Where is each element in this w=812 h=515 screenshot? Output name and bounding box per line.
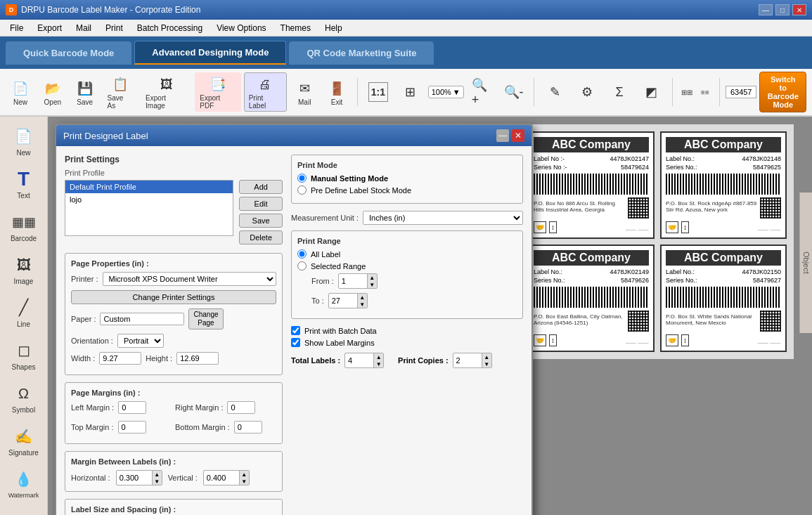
zoom-control[interactable]: 100% ▼ bbox=[428, 86, 464, 98]
print-batch-checkbox[interactable] bbox=[291, 326, 300, 335]
from-input[interactable] bbox=[339, 275, 367, 287]
menu-batch-processing[interactable]: Batch Processing bbox=[130, 22, 210, 34]
profile-item-default[interactable]: Default Print Profile bbox=[65, 181, 233, 193]
sidebar-item-new[interactable]: 📄 New bbox=[3, 119, 45, 161]
menu-mail[interactable]: Mail bbox=[69, 22, 98, 34]
selected-range-radio[interactable] bbox=[297, 261, 307, 270]
total-labels-input[interactable] bbox=[345, 355, 373, 366]
show-margins-checkbox[interactable] bbox=[291, 338, 300, 347]
fit-button[interactable]: ⊞ bbox=[396, 80, 425, 104]
vertical-spinbox[interactable]: ▲ ▼ bbox=[203, 470, 250, 485]
properties-button[interactable]: ⚙ bbox=[572, 80, 602, 104]
ratio-button[interactable]: 1:1 bbox=[363, 80, 393, 104]
paper-input[interactable] bbox=[100, 313, 184, 325]
menu-help[interactable]: Help bbox=[318, 22, 349, 34]
menu-print[interactable]: Print bbox=[98, 22, 130, 34]
sidebar-item-signature[interactable]: ✍ Signature bbox=[3, 419, 45, 461]
print-copies-inc[interactable]: ▲ bbox=[482, 353, 491, 360]
sidebar-item-line[interactable]: ╱ Line bbox=[3, 291, 45, 332]
tab-advanced-designing[interactable]: Advanced Designing Mode bbox=[134, 41, 286, 65]
sidebar-item-symbol[interactable]: Ω Symbol bbox=[3, 377, 45, 418]
shape-tool-button[interactable]: ◩ bbox=[637, 80, 666, 104]
change-page-button[interactable]: ChangePage bbox=[188, 308, 223, 330]
menu-file[interactable]: File bbox=[3, 22, 30, 34]
sidebar-item-shapes[interactable]: ◻ Shapes bbox=[3, 334, 45, 375]
tab-qr-code[interactable]: QR Code Marketing Suite bbox=[289, 41, 434, 65]
total-labels-spinbox[interactable]: ▲ ▼ bbox=[344, 353, 384, 368]
total-labels-dec[interactable]: ▼ bbox=[373, 360, 383, 367]
measurement-select[interactable]: Inches (in) bbox=[363, 211, 523, 225]
horizontal-spinbox[interactable]: ▲ ▼ bbox=[116, 470, 162, 485]
add-profile-button[interactable]: Add bbox=[239, 180, 283, 194]
from-spinbox[interactable]: ▲ ▼ bbox=[338, 273, 378, 289]
predefine-mode-radio[interactable] bbox=[297, 185, 307, 195]
horizontal-increment[interactable]: ▲ bbox=[152, 471, 162, 478]
close-button[interactable]: ✕ bbox=[792, 4, 806, 15]
sidebar-item-watermark[interactable]: 💧 Watermark bbox=[3, 462, 45, 503]
new-button[interactable]: 📄 New bbox=[6, 77, 35, 108]
object-panel[interactable]: Object bbox=[799, 193, 812, 333]
edit-profile-button[interactable]: Edit bbox=[239, 197, 283, 211]
menu-export[interactable]: Export bbox=[30, 22, 69, 34]
dialog-minimize-button[interactable]: — bbox=[496, 129, 509, 142]
zoom-in-button[interactable]: 🔍+ bbox=[467, 80, 496, 104]
zoom-out-button[interactable]: 🔍- bbox=[499, 80, 529, 104]
save-button[interactable]: 💾 Save bbox=[70, 77, 100, 108]
height-input[interactable] bbox=[176, 352, 219, 365]
sidebar-item-text[interactable]: T Text bbox=[3, 162, 45, 204]
width-input[interactable] bbox=[99, 352, 141, 365]
change-printer-button[interactable]: Change Printer Settings bbox=[71, 290, 276, 304]
list-view-btn[interactable]: ≡≡ bbox=[697, 86, 714, 98]
to-inc[interactable]: ▲ bbox=[357, 294, 367, 301]
dialog-close-button[interactable]: ✕ bbox=[512, 129, 524, 142]
all-label-label: All Label bbox=[311, 250, 340, 259]
to-spinbox[interactable]: ▲ ▼ bbox=[328, 293, 368, 308]
tab-quick-barcode[interactable]: Quick Barcode Mode bbox=[6, 41, 131, 65]
left-margin-input[interactable] bbox=[118, 401, 146, 414]
save-profile-button[interactable]: Save bbox=[239, 214, 283, 228]
printer-select[interactable]: Microsoft XPS Document Writer bbox=[103, 272, 276, 286]
menu-themes[interactable]: Themes bbox=[273, 22, 318, 34]
menu-view-options[interactable]: View Options bbox=[210, 22, 273, 34]
print-label-button[interactable]: 🖨 Print Label bbox=[244, 72, 288, 112]
manual-mode-radio[interactable] bbox=[297, 174, 307, 183]
sidebar-item-image[interactable]: 🖼 Image bbox=[3, 248, 45, 289]
orientation-select[interactable]: Portrait bbox=[117, 334, 164, 348]
vertical-increment[interactable]: ▲ bbox=[239, 471, 249, 478]
profile-item-lojo[interactable]: lojo bbox=[65, 193, 233, 206]
print-copies-input[interactable] bbox=[453, 355, 482, 366]
from-dec[interactable]: ▼ bbox=[367, 281, 377, 288]
right-margin-input[interactable] bbox=[227, 401, 255, 414]
to-input[interactable] bbox=[329, 295, 357, 306]
maximize-button[interactable]: □ bbox=[775, 4, 790, 15]
sidebar-item-barcode[interactable]: ▦▦ Barcode bbox=[3, 205, 45, 247]
zoom-dropdown-icon[interactable]: ▼ bbox=[453, 88, 460, 96]
to-dec[interactable]: ▼ bbox=[357, 301, 367, 308]
print-copies-spinbox[interactable]: ▲ ▼ bbox=[453, 353, 492, 368]
vertical-decrement[interactable]: ▼ bbox=[239, 478, 249, 485]
toolbar: 📄 New 📂 Open 💾 Save 📋 Save As 🖼 Export I… bbox=[0, 69, 812, 117]
save-as-button[interactable]: 📋 Save As bbox=[103, 72, 138, 112]
print-copies-dec[interactable]: ▼ bbox=[482, 360, 491, 367]
open-button[interactable]: 📂 Open bbox=[38, 77, 67, 108]
all-label-radio[interactable] bbox=[297, 249, 307, 259]
vertical-input[interactable] bbox=[204, 472, 239, 483]
delete-profile-button[interactable]: Delete bbox=[239, 230, 283, 245]
grid-view-btn[interactable]: ⊞⊞ bbox=[678, 86, 695, 98]
export-image-button[interactable]: 🖼 Export Image bbox=[141, 72, 192, 112]
edit-tool-button[interactable]: ✎ bbox=[540, 80, 569, 104]
minimize-button[interactable]: — bbox=[759, 4, 773, 15]
total-labels-inc[interactable]: ▲ bbox=[373, 353, 383, 360]
profile-list[interactable]: Default Print Profile lojo bbox=[65, 180, 233, 236]
export-pdf-button[interactable]: 📑 Export PDF bbox=[195, 72, 240, 112]
formula-button[interactable]: Σ bbox=[605, 80, 634, 104]
switch-to-barcode-button[interactable]: Switch to Barcode Mode bbox=[759, 72, 806, 112]
exit-button[interactable]: 🚪 Exit bbox=[322, 77, 352, 108]
horizontal-input[interactable] bbox=[117, 472, 152, 483]
from-inc[interactable]: ▲ bbox=[367, 274, 377, 281]
horizontal-decrement[interactable]: ▼ bbox=[152, 478, 162, 485]
sidebar-item-label-info[interactable]: ℹ Label Info bbox=[3, 504, 45, 515]
bottom-margin-input[interactable] bbox=[234, 421, 262, 433]
mail-button[interactable]: ✉ Mail bbox=[290, 77, 319, 108]
top-margin-input[interactable] bbox=[118, 421, 146, 433]
